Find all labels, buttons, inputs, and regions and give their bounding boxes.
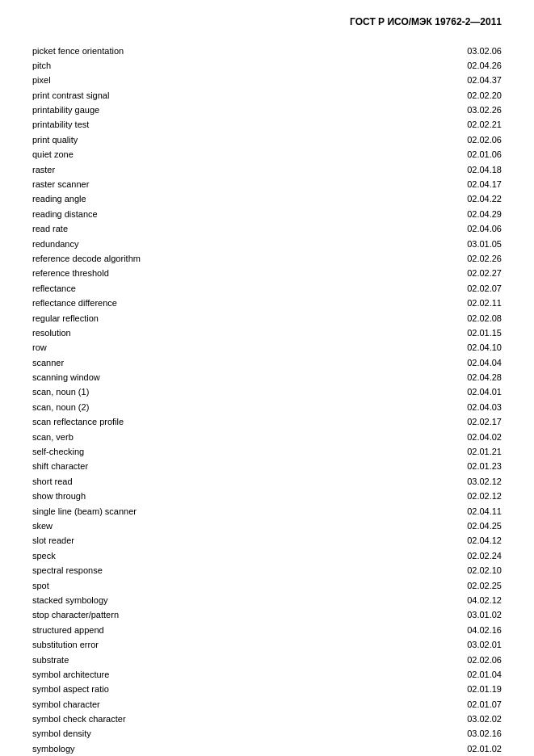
table-row: symbol aspect ratio02.01.19 <box>32 682 502 697</box>
code-cell: 02.02.06 <box>361 132 502 147</box>
code-cell: 02.02.27 <box>361 267 502 281</box>
term-cell: show through <box>32 489 361 504</box>
table-row: shift character02.01.23 <box>32 460 502 474</box>
table-row: reading angle02.04.22 <box>32 192 502 207</box>
term-cell: reference decode algorithm <box>32 251 361 266</box>
code-cell: 02.04.10 <box>361 341 502 355</box>
code-cell: 03.02.26 <box>361 103 502 118</box>
code-cell: 02.04.03 <box>361 400 502 414</box>
term-cell: reflectance difference <box>32 296 361 311</box>
code-cell: 02.04.22 <box>361 192 502 207</box>
term-cell: symbol character <box>32 697 361 712</box>
code-cell: 03.02.01 <box>361 638 502 653</box>
table-row: printability test02.02.21 <box>32 118 502 132</box>
code-cell: 02.02.21 <box>361 118 502 132</box>
term-cell: short read <box>32 474 361 489</box>
page-header: ГОСТ Р ИСО/МЭК 19762-2—2011 <box>32 16 502 27</box>
term-cell: regular reflection <box>32 311 361 326</box>
page: ГОСТ Р ИСО/МЭК 19762-2—2011 picket fence… <box>0 0 534 756</box>
table-row: symbol architecture02.01.04 <box>32 667 502 682</box>
code-cell: 02.02.07 <box>361 281 502 296</box>
table-row: substitution error03.02.01 <box>32 638 502 653</box>
code-cell: 02.04.12 <box>361 534 502 548</box>
term-cell: scan, verb <box>32 430 361 444</box>
code-cell: 02.02.25 <box>361 578 502 593</box>
code-cell: 02.04.18 <box>361 162 502 177</box>
term-cell: scanner <box>32 355 361 370</box>
table-row: print contrast signal02.02.20 <box>32 88 502 103</box>
term-cell: symbol density <box>32 727 361 741</box>
term-cell: structured append <box>32 623 361 637</box>
code-cell: 02.04.28 <box>361 371 502 385</box>
code-cell: 02.01.02 <box>361 741 502 756</box>
code-cell: 02.02.11 <box>361 296 502 311</box>
code-cell: 02.04.26 <box>361 58 502 73</box>
table-row: speck02.02.24 <box>32 548 502 563</box>
table-row: scan, noun (2)02.04.03 <box>32 400 502 414</box>
term-cell: printability gauge <box>32 103 361 118</box>
table-row: reading distance02.04.29 <box>32 207 502 221</box>
term-cell: read rate <box>32 222 361 237</box>
code-cell: 02.01.21 <box>361 445 502 460</box>
code-cell: 02.01.15 <box>361 326 502 340</box>
term-cell: substrate <box>32 653 361 667</box>
code-cell: 02.04.04 <box>361 355 502 370</box>
table-row: regular reflection02.02.08 <box>32 311 502 326</box>
table-row: show through02.02.12 <box>32 489 502 504</box>
table-row: pitch02.04.26 <box>32 58 502 73</box>
table-row: symbol character02.01.07 <box>32 697 502 712</box>
term-cell: skew <box>32 519 361 534</box>
table-row: short read03.02.12 <box>32 474 502 489</box>
term-cell: symbol aspect ratio <box>32 682 361 697</box>
term-cell: single line (beam) scanner <box>32 504 361 519</box>
code-cell: 02.04.06 <box>361 222 502 237</box>
term-cell: speck <box>32 548 361 563</box>
table-row: self-checking02.01.21 <box>32 445 502 460</box>
term-cell: redundancy <box>32 237 361 251</box>
table-row: picket fence orientation03.02.06 <box>32 44 502 58</box>
term-cell: raster scanner <box>32 178 361 192</box>
code-cell: 02.04.01 <box>361 385 502 400</box>
table-row: redundancy03.01.05 <box>32 237 502 251</box>
code-cell: 02.02.06 <box>361 653 502 667</box>
term-cell: reflectance <box>32 281 361 296</box>
code-cell: 03.02.16 <box>361 727 502 741</box>
table-row: symbol density03.02.16 <box>32 727 502 741</box>
term-cell: symbol architecture <box>32 667 361 682</box>
term-cell: print contrast signal <box>32 88 361 103</box>
term-cell: symbol check character <box>32 712 361 727</box>
table-row: reference threshold02.02.27 <box>32 267 502 281</box>
code-cell: 02.01.23 <box>361 460 502 474</box>
term-cell: pixel <box>32 74 361 88</box>
term-cell: reading distance <box>32 207 361 221</box>
table-row: symbology02.01.02 <box>32 741 502 756</box>
term-cell: printability test <box>32 118 361 132</box>
table-row: slot reader02.04.12 <box>32 534 502 548</box>
code-cell: 02.01.06 <box>361 148 502 162</box>
term-cell: scan, noun (1) <box>32 385 361 400</box>
code-cell: 02.04.02 <box>361 430 502 444</box>
term-cell: scan reflectance profile <box>32 415 361 430</box>
code-cell: 02.02.17 <box>361 415 502 430</box>
term-cell: quiet zone <box>32 148 361 162</box>
term-cell: spectral response <box>32 564 361 578</box>
table-row: symbol check character03.02.02 <box>32 712 502 727</box>
code-cell: 02.01.07 <box>361 697 502 712</box>
code-cell: 02.04.37 <box>361 74 502 88</box>
code-cell: 02.02.20 <box>361 88 502 103</box>
table-row: reflectance02.02.07 <box>32 281 502 296</box>
term-cell: reference threshold <box>32 267 361 281</box>
table-row: print quality02.02.06 <box>32 132 502 147</box>
code-cell: 04.02.16 <box>361 623 502 637</box>
table-row: quiet zone02.01.06 <box>32 148 502 162</box>
term-cell: scan, noun (2) <box>32 400 361 414</box>
table-row: resolution02.01.15 <box>32 326 502 340</box>
table-row: stacked symbology04.02.12 <box>32 593 502 607</box>
table-row: reference decode algorithm02.02.26 <box>32 251 502 266</box>
term-cell: stacked symbology <box>32 593 361 607</box>
table-row: spot02.02.25 <box>32 578 502 593</box>
table-row: structured append04.02.16 <box>32 623 502 637</box>
term-cell: spot <box>32 578 361 593</box>
code-cell: 02.04.25 <box>361 519 502 534</box>
code-cell: 02.02.26 <box>361 251 502 266</box>
